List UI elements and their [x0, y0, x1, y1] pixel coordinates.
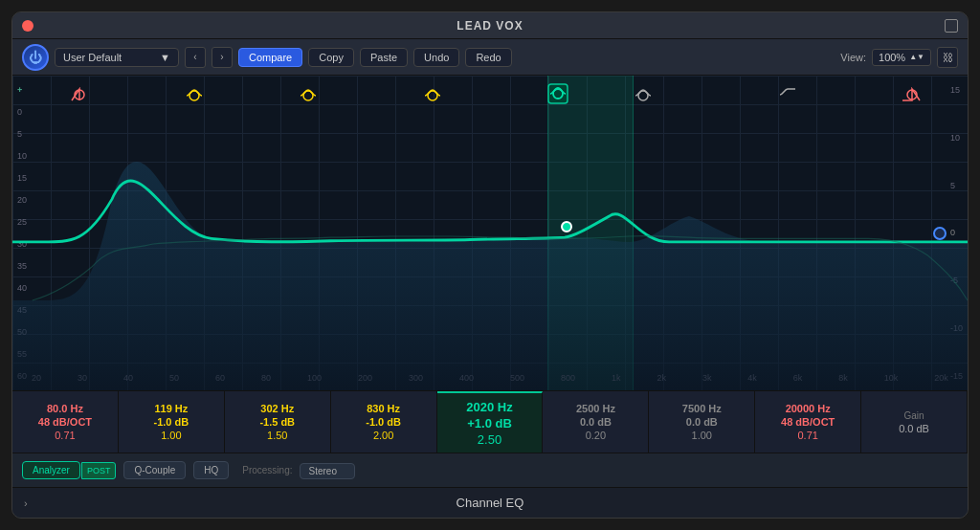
window-controls — [22, 20, 33, 32]
svg-point-6 — [638, 91, 648, 100]
svg-point-3 — [428, 91, 437, 100]
bottom-bar: Analyzer POST Q-Couple HQ Processing: St… — [12, 453, 968, 487]
title-bar: LEAD VOX — [12, 12, 968, 39]
view-control: View: 100% ▲▼ ⛓ — [840, 47, 958, 68]
band5-param[interactable]: 2020 Hz +1.0 dB 2.50 — [437, 391, 544, 453]
band7-handle-top[interactable] — [776, 87, 797, 108]
resize-icon[interactable] — [945, 19, 958, 33]
analyzer-button[interactable]: Analyzer — [22, 461, 80, 479]
prev-preset-button[interactable]: ‹ — [185, 47, 206, 68]
view-value-display[interactable]: 100% ▲▼ — [872, 49, 931, 66]
paste-button[interactable]: Paste — [360, 48, 408, 67]
band1-handle-top[interactable] — [70, 87, 91, 108]
copy-button[interactable]: Copy — [308, 48, 354, 67]
close-button[interactable] — [22, 20, 33, 32]
compare-button[interactable]: Compare — [238, 48, 302, 67]
top-handles-row — [12, 83, 968, 106]
svg-point-1 — [189, 91, 199, 100]
analyzer-button-group: Analyzer POST — [22, 461, 116, 479]
q-couple-button[interactable]: Q-Couple — [123, 461, 186, 479]
undo-button[interactable]: Undo — [413, 48, 459, 67]
eq-curve-svg — [12, 76, 968, 390]
footer-bar: › Channel EQ — [12, 487, 968, 518]
preset-dropdown[interactable]: User Default ▼ — [55, 48, 179, 67]
band1-param[interactable]: 80.0 Hz 48 dB/OCT 0.71 — [12, 391, 119, 453]
band8-param[interactable]: 20000 Hz 48 dB/OCT 0.71 — [755, 391, 861, 453]
band6-param[interactable]: 2500 Hz 0.0 dB 0.20 — [543, 391, 649, 453]
hq-button[interactable]: HQ — [193, 461, 229, 479]
processing-select[interactable]: Stereo Left Right Mid Side — [300, 463, 355, 479]
eq-canvas[interactable]: + 0 5 10 15 20 25 30 35 40 45 50 55 60 1… — [12, 76, 968, 390]
band7-param[interactable]: 7500 Hz 0.0 dB 1.00 — [649, 391, 755, 453]
band3-param[interactable]: 302 Hz -1.5 dB 1.50 — [225, 391, 331, 453]
band5-handle-top[interactable] — [547, 83, 568, 108]
band3-handle-top[interactable] — [299, 87, 318, 108]
gain-value: 0.0 dB — [899, 423, 929, 434]
gain-param[interactable]: Gain 0.0 dB — [861, 391, 968, 453]
band6-handle-top[interactable] — [634, 87, 653, 108]
band-params-row: 80.0 Hz 48 dB/OCT 0.71 119 Hz -1.0 dB 1.… — [12, 390, 968, 453]
redo-button[interactable]: Redo — [465, 48, 511, 67]
footer-arrow[interactable]: › — [24, 497, 28, 509]
band4-handle-top[interactable] — [423, 87, 442, 108]
next-preset-button[interactable]: › — [212, 47, 233, 68]
eq-area: + 0 5 10 15 20 25 30 35 40 45 50 55 60 1… — [12, 76, 968, 487]
svg-point-2 — [303, 91, 313, 100]
band8-handle-top[interactable] — [901, 87, 922, 108]
processing-select-wrapper: Stereo Left Right Mid Side — [300, 461, 355, 479]
power-button[interactable]: ⏻ — [22, 44, 49, 71]
band2-param[interactable]: 119 Hz -1.0 dB 1.00 — [119, 391, 225, 453]
window-title: LEAD VOX — [457, 19, 523, 33]
band4-param[interactable]: 830 Hz -1.0 dB 2.00 — [331, 391, 437, 453]
link-button[interactable]: ⛓ — [937, 47, 958, 68]
view-label: View: — [840, 52, 866, 63]
plugin-window: LEAD VOX ⏻ User Default ▼ ‹ › Compare Co… — [11, 11, 969, 519]
analyzer-post-label[interactable]: POST — [81, 462, 117, 479]
gain-label: Gain — [904, 410, 924, 421]
band5-curve-point[interactable] — [561, 221, 572, 232]
footer-title: Channel EQ — [457, 496, 524, 510]
band2-handle-top[interactable] — [185, 87, 204, 108]
toolbar: ⏻ User Default ▼ ‹ › Compare Copy Paste … — [12, 39, 968, 76]
processing-label: Processing: — [242, 465, 292, 475]
